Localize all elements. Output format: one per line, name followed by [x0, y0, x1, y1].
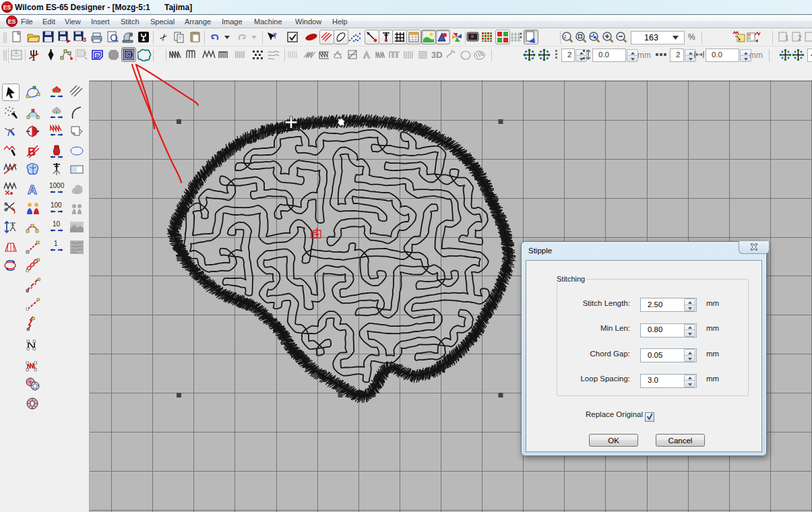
svg-text:1: 1 [785, 34, 789, 42]
svg-text:10: 10 [53, 220, 61, 228]
svg-text:2: 2 [798, 34, 802, 42]
svg-text:ES: ES [3, 4, 11, 11]
svg-text:3: 3 [83, 36, 86, 43]
svg-text:A: A [28, 183, 37, 197]
svg-text:100: 100 [51, 201, 62, 209]
svg-text:ES: ES [8, 18, 16, 25]
svg-text:1000: 1000 [49, 182, 65, 189]
svg-text:z: z [84, 50, 87, 57]
svg-text:1: 1 [54, 240, 58, 247]
svg-text:3D: 3D [431, 50, 443, 60]
svg-text:✂: ✂ [158, 31, 170, 43]
